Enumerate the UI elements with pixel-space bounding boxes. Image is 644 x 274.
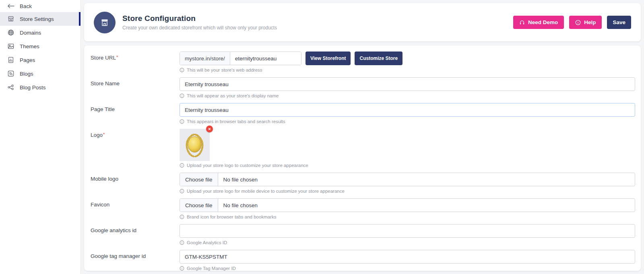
info-icon bbox=[180, 163, 184, 168]
store-name-label: Store Name bbox=[91, 80, 120, 87]
storefront-avatar bbox=[94, 12, 116, 33]
store-url-input[interactable] bbox=[230, 52, 301, 65]
help-button[interactable]: Help bbox=[569, 16, 602, 29]
sidebar-item-label: Blogs bbox=[20, 71, 33, 77]
store-url-label: Store URL bbox=[91, 55, 116, 61]
sidebar-item-label: Themes bbox=[20, 43, 39, 49]
choose-file-button[interactable]: Choose file bbox=[180, 173, 218, 186]
globe-icon bbox=[7, 29, 14, 37]
share-icon bbox=[7, 84, 14, 91]
info-icon bbox=[180, 189, 184, 194]
rss-icon bbox=[7, 70, 14, 78]
required-marker: * bbox=[103, 132, 105, 137]
favicon-helper: Brand icon for browser tabs and bookmark… bbox=[180, 214, 635, 219]
favicon-label: Favicon bbox=[91, 202, 109, 208]
info-icon bbox=[180, 93, 184, 98]
selected-indicator bbox=[79, 12, 80, 26]
google-analytics-helper: Google Analytics ID bbox=[180, 240, 635, 245]
store-name-helper: This will appear as your store's display… bbox=[180, 93, 635, 98]
view-storefront-label: View Storefront bbox=[310, 56, 346, 61]
form-row-logo: Logo* bbox=[91, 129, 635, 168]
logo-thumbnail: ✕ bbox=[180, 129, 210, 161]
mobile-logo-helper: Upload your store logo for mobile device… bbox=[180, 189, 635, 194]
form-row-favicon: Favicon Choose file No file chosen Brand… bbox=[91, 198, 635, 219]
headset-icon bbox=[519, 20, 525, 25]
sidebar-item-blogs[interactable]: Blogs bbox=[0, 67, 80, 80]
mobile-logo-file-input[interactable]: Choose file No file chosen bbox=[180, 173, 635, 186]
sidebar-item-label: Blog Posts bbox=[20, 84, 46, 91]
google-tag-manager-helper: Google Tag Manager ID bbox=[180, 266, 635, 271]
form-row-page-title: Page Title This appears in browser tabs … bbox=[91, 103, 635, 124]
back-label: Back bbox=[20, 3, 32, 9]
required-marker: * bbox=[116, 55, 118, 60]
back-button[interactable]: Back bbox=[0, 0, 80, 12]
page-title-helper: This appears in browser tabs and search … bbox=[180, 119, 635, 124]
store-url-input-group: mystore.in/store/ bbox=[180, 52, 301, 65]
info-icon bbox=[180, 119, 184, 124]
remove-logo-button[interactable]: ✕ bbox=[206, 126, 213, 132]
sidebar-item-blog-posts[interactable]: Blog Posts bbox=[0, 80, 80, 94]
close-icon: ✕ bbox=[208, 127, 211, 131]
sidebar-item-domains[interactable]: Domains bbox=[0, 26, 80, 39]
sidebar-item-label: Pages bbox=[20, 57, 35, 63]
image-icon bbox=[7, 43, 14, 50]
form-row-store-url: Store URL* mystore.in/store/ View Storef… bbox=[91, 52, 635, 72]
need-demo-label: Need Demo bbox=[528, 19, 558, 25]
sidebar-item-label: Domains bbox=[20, 30, 41, 36]
sidebar-item-pages[interactable]: Pages bbox=[0, 53, 80, 67]
header-actions: Need Demo Help Save bbox=[513, 16, 631, 29]
storefront-icon bbox=[100, 18, 109, 27]
form-row-google-analytics: Google analytics id Google Analytics ID bbox=[91, 224, 635, 245]
page-title-input[interactable] bbox=[180, 103, 635, 117]
back-arrow-icon bbox=[7, 2, 14, 10]
file-chosen-text: No file chosen bbox=[218, 173, 263, 186]
sidebar: Back Store Settings Domains Themes bbox=[0, 0, 81, 274]
info-icon bbox=[180, 266, 184, 271]
info-icon bbox=[575, 20, 581, 25]
favicon-file-input[interactable]: Choose file No file chosen bbox=[180, 198, 635, 212]
logo-helper: Upload your store logo to customize your… bbox=[180, 163, 635, 168]
file-chosen-text: No file chosen bbox=[218, 199, 263, 212]
store-url-helper: This will be your store's web address bbox=[180, 68, 635, 72]
sidebar-item-themes[interactable]: Themes bbox=[0, 39, 80, 53]
store-configuration-form: Store URL* mystore.in/store/ View Storef… bbox=[84, 45, 641, 271]
google-tag-manager-label: Google tag manager id bbox=[91, 253, 146, 259]
need-demo-button[interactable]: Need Demo bbox=[513, 16, 564, 29]
customize-store-label: Customize Store bbox=[359, 56, 398, 61]
store-url-prefix: mystore.in/store/ bbox=[180, 52, 230, 65]
sidebar-item-label: Store Settings bbox=[20, 16, 54, 22]
save-label: Save bbox=[613, 19, 625, 25]
storefront-icon bbox=[7, 15, 14, 23]
store-configuration-header: Store Configuration Create your own dedi… bbox=[84, 3, 641, 41]
page-icon bbox=[7, 56, 14, 64]
main-content: Store Configuration Create your own dedi… bbox=[81, 0, 644, 274]
form-row-google-tag-manager: Google tag manager id Google Tag Manager… bbox=[91, 250, 635, 271]
help-label: Help bbox=[584, 19, 596, 25]
page-title: Store Configuration bbox=[122, 14, 277, 23]
save-button[interactable]: Save bbox=[607, 16, 631, 29]
sidebar-item-store-settings[interactable]: Store Settings bbox=[0, 12, 80, 26]
google-analytics-label: Google analytics id bbox=[91, 227, 136, 233]
info-icon bbox=[180, 240, 184, 245]
google-analytics-input[interactable] bbox=[180, 224, 635, 238]
form-row-mobile-logo: Mobile logo Choose file No file chosen U… bbox=[91, 173, 635, 194]
google-tag-manager-input[interactable] bbox=[180, 250, 635, 264]
mobile-logo-label: Mobile logo bbox=[91, 176, 118, 182]
info-icon bbox=[180, 214, 184, 219]
form-row-store-name: Store Name This will appear as your stor… bbox=[91, 77, 635, 98]
logo-label: Logo bbox=[91, 132, 103, 138]
page-subtitle: Create your own dedicated storefront whi… bbox=[122, 25, 277, 31]
choose-file-button[interactable]: Choose file bbox=[180, 199, 218, 212]
laurel-wreath-logo-image bbox=[180, 129, 210, 161]
page-title-label: Page Title bbox=[91, 106, 115, 112]
info-icon bbox=[180, 68, 184, 72]
header-titles: Store Configuration Create your own dedi… bbox=[122, 14, 277, 31]
customize-store-button[interactable]: Customize Store bbox=[355, 52, 402, 65]
store-name-input[interactable] bbox=[180, 77, 635, 91]
view-storefront-button[interactable]: View Storefront bbox=[305, 52, 351, 65]
